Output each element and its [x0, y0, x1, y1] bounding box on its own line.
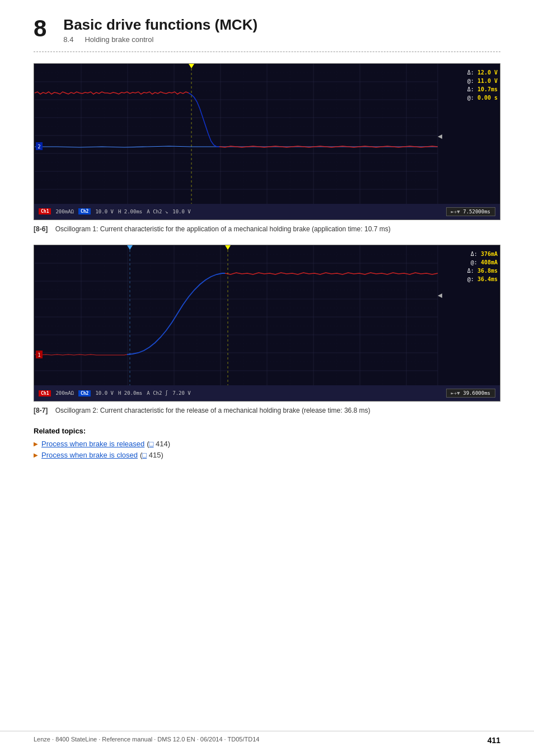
chapter-number: 8 — [34, 17, 46, 40]
related-link-1-page: (□ 414) — [147, 440, 170, 448]
svg-text:2: 2 — [38, 144, 40, 150]
osc1-trigger-info: A Ch2 ↘ — [147, 209, 168, 214]
osc1-ch1-badge: Ch1 — [39, 208, 51, 214]
arrow-icon-2: ▶ — [34, 452, 38, 458]
related-link-item-2: ▶ Process when brake is closed (□ 415) — [34, 451, 500, 459]
osc1-trigger-val: 10.0 V — [172, 209, 191, 214]
related-link-1[interactable]: Process when brake is released — [41, 440, 144, 448]
osc1-ch2-badge: Ch2 — [78, 208, 91, 214]
osc2-caption: [8-7] Oscillogram 2: Current characteris… — [34, 406, 500, 416]
osc2-caption-ref: [8-7] — [34, 407, 48, 414]
svg-text:1: 1 — [38, 352, 40, 358]
osc2-trigger-val: 7.20 V — [172, 390, 191, 396]
page-container: 8 Basic drive functions (MCK) 8.4 Holdin… — [0, 0, 534, 484]
footer-right: 411 — [488, 736, 500, 745]
osc2-caption-text: Oscillogram 2: Current characteristic fo… — [55, 407, 371, 414]
page-divider — [34, 52, 500, 52]
page-footer: Lenze · 8400 StateLine · Reference manua… — [0, 731, 534, 745]
related-topics-title: Related topics: — [34, 427, 500, 435]
page-header: 8 Basic drive functions (MCK) 8.4 Holdin… — [34, 17, 500, 44]
chapter-title-block: Basic drive functions (MCK) 8.4 Holding … — [63, 17, 257, 44]
osc2-h-val: H 20.0ms — [118, 390, 142, 396]
section-number: 8.4 — [63, 35, 73, 44]
osc2-ch2-badge: Ch2 — [78, 390, 91, 396]
osc1-caption-ref: [8-6] — [34, 225, 48, 233]
osc2-ch1-val: 200mAΩ — [55, 390, 74, 396]
osc2-ch1-badge: Ch1 — [39, 390, 51, 396]
related-link-item-1: ▶ Process when brake is released (□ 414) — [34, 440, 500, 448]
osc2-trigger-info: A Ch2 ∫ — [147, 390, 168, 396]
osc1-caption-text: Oscillogram 1: Current characteristic fo… — [55, 225, 391, 233]
osc2-stats: Δ: 376mA @: 408mA Δ: 36.8ms @: 36.4ms — [467, 250, 498, 283]
osc1-h-val: H 2.00ms — [118, 209, 142, 214]
related-link-2[interactable]: Process when brake is closed — [41, 451, 138, 459]
osc1-ch2-val: 10.0 V — [95, 209, 114, 214]
oscillogram-1: 2 Δ: 12.0 V @: 11.0 V Δ: 10.7ms @: 0.00 … — [34, 63, 500, 220]
oscillogram-2: 1 Δ: 376mA @: 408mA Δ: 36.8ms @: 36.4ms … — [34, 245, 500, 402]
osc1-caption: [8-6] Oscillogram 1: Current characteris… — [34, 225, 500, 234]
osc1-stats: Δ: 12.0 V @: 11.0 V Δ: 10.7ms @: 0.00 s — [467, 68, 498, 102]
osc1-svg: 2 — [34, 64, 500, 205]
osc2-ch2-val: 10.0 V — [95, 390, 114, 396]
osc2-bottom-bar: Ch1 200mAΩ Ch2 10.0 V H 20.0ms A Ch2 ∫ 7… — [34, 385, 500, 401]
chapter-title: Basic drive functions (MCK) — [63, 17, 257, 33]
footer-left: Lenze · 8400 StateLine · Reference manua… — [34, 736, 259, 745]
related-link-2-page: (□ 415) — [140, 451, 163, 459]
osc2-svg: 1 — [34, 245, 500, 386]
osc1-bottom-bar: Ch1 200mAΩ Ch2 10.0 V H 2.00ms A Ch2 ↘ 1… — [34, 204, 500, 220]
arrow-icon-1: ▶ — [34, 441, 38, 447]
osc1-trigger-label: ►+▼ 7.52000ms — [446, 207, 495, 216]
osc1-ch1-val: 200mAΩ — [55, 209, 74, 214]
osc2-trigger-label: ►+▼ 39.6000ms — [446, 389, 495, 398]
section-title: Holding brake control — [85, 35, 153, 44]
related-topics-section: Related topics: ▶ Process when brake is … — [34, 427, 500, 459]
